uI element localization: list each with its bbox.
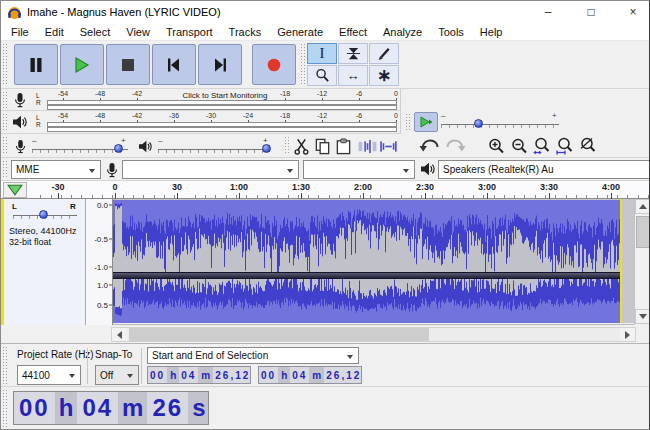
fit-project-button[interactable] <box>554 136 576 156</box>
menu-item-select[interactable]: Select <box>72 26 119 38</box>
track-vertical-ruler[interactable]: 0.0-0.5-1.01.00.5 <box>86 199 113 325</box>
zoom-in-button[interactable] <box>485 136 507 156</box>
project-rate-select[interactable]: 44100 <box>17 365 81 385</box>
menu-item-view[interactable]: View <box>118 26 158 38</box>
close-button[interactable]: × <box>618 1 648 23</box>
speed-slider-thumb[interactable] <box>474 119 483 128</box>
recording-meter-bar-right[interactable] <box>47 105 397 110</box>
scroll-down-button[interactable] <box>635 309 650 324</box>
waveform-right-channel[interactable] <box>113 279 620 323</box>
snap-to-select[interactable]: Off <box>95 365 139 385</box>
menu-item-transport[interactable]: Transport <box>158 26 221 38</box>
meter-grip[interactable] <box>2 91 7 108</box>
playback-volume-thumb[interactable] <box>262 144 271 153</box>
menu-item-edit[interactable]: Edit <box>37 26 72 38</box>
channel-divider[interactable] <box>113 272 620 279</box>
stop-button[interactable] <box>106 44 150 85</box>
time-unit[interactable]: m <box>198 367 213 383</box>
zoom-tool-button[interactable] <box>307 65 337 86</box>
envelope-tool-button[interactable] <box>338 43 368 64</box>
time-digits[interactable]: 26,120 <box>324 367 362 383</box>
menu-item-analyze[interactable]: Analyze <box>375 26 430 38</box>
selection-mode-select[interactable]: Start and End of Selection <box>147 347 359 364</box>
selection-start-time-field[interactable]: 00h04m26,120s <box>147 366 251 384</box>
time-digits[interactable]: 00 <box>148 367 167 383</box>
menu-item-file[interactable]: File <box>3 26 37 38</box>
draw-tool-button[interactable] <box>369 43 399 64</box>
pan-slider-thumb[interactable] <box>39 210 48 219</box>
menu-item-help[interactable]: Help <box>472 26 511 38</box>
selection-toolbar-grip[interactable] <box>2 346 7 384</box>
time-digits[interactable]: 04 <box>179 367 198 383</box>
horizontal-scrollbar[interactable] <box>111 327 636 342</box>
time-digits[interactable]: 00 <box>14 392 55 424</box>
meter-monitoring-message[interactable]: Click to Start Monitoring <box>183 91 268 100</box>
scroll-left-button[interactable] <box>112 328 127 341</box>
time-unit[interactable]: m <box>309 367 324 383</box>
menu-item-tools[interactable]: Tools <box>430 26 472 38</box>
paste-button[interactable] <box>333 136 353 156</box>
selection-end-time-field[interactable]: 00h04m26,120s <box>258 366 362 384</box>
menu-item-tracks[interactable]: Tracks <box>221 26 270 38</box>
time-digits[interactable]: 04 <box>77 392 118 424</box>
recording-meter-mic-button[interactable] <box>10 91 30 109</box>
playback-device-select[interactable]: Speakers (Realtek(R) Au <box>438 160 650 179</box>
redo-button[interactable] <box>443 136 467 156</box>
time-shift-tool-button[interactable]: ↔ <box>338 65 368 86</box>
time-unit[interactable]: h <box>55 392 78 424</box>
audio-position-display[interactable]: 00h04m26s <box>13 391 209 425</box>
minimize-button[interactable]: – <box>533 1 563 23</box>
waveform-left-channel[interactable] <box>113 200 620 272</box>
trim-audio-button[interactable] <box>357 136 377 156</box>
menu-item-generate[interactable]: Generate <box>269 26 331 38</box>
vertical-scrollbar-thumb[interactable] <box>636 216 650 248</box>
tools-toolbar-grip[interactable] <box>300 43 305 86</box>
undo-button[interactable] <box>418 136 442 156</box>
time-toolbar-grip[interactable] <box>2 389 7 429</box>
time-digits[interactable]: 26,120 <box>213 367 251 383</box>
multi-tool-button[interactable]: ∗ <box>369 65 399 86</box>
recording-device-select[interactable] <box>122 160 299 179</box>
track-control-panel[interactable]: L R Stereo, 44100Hz 32-bit float <box>4 199 86 325</box>
copy-button[interactable] <box>312 136 332 156</box>
waveform-region[interactable] <box>113 199 634 323</box>
record-button[interactable] <box>252 44 296 85</box>
zoom-out-button[interactable] <box>508 136 530 156</box>
selection-tool-button[interactable]: I <box>307 43 337 64</box>
time-unit[interactable]: m <box>118 392 147 424</box>
meter-grip[interactable] <box>2 113 7 131</box>
time-unit[interactable]: h <box>167 367 179 383</box>
scroll-up-button[interactable] <box>635 199 650 214</box>
edit-toolbar-grip[interactable] <box>284 136 289 155</box>
cut-button[interactable] <box>291 136 311 156</box>
time-unit[interactable]: s <box>188 392 209 424</box>
recording-volume-thumb[interactable] <box>114 144 123 153</box>
maximize-button[interactable]: □ <box>576 1 606 23</box>
playback-meter-bar-right[interactable] <box>47 127 397 132</box>
play-button[interactable] <box>60 44 104 85</box>
scroll-right-button[interactable] <box>620 328 635 341</box>
audio-host-select[interactable]: MME <box>11 160 101 179</box>
time-digits[interactable]: 04 <box>290 367 309 383</box>
fit-selection-button[interactable] <box>531 136 553 156</box>
zoom-toggle-button[interactable] <box>577 136 599 156</box>
mixer-grip[interactable] <box>2 136 7 155</box>
toolbar-grip[interactable] <box>2 43 7 86</box>
pause-button[interactable] <box>14 44 58 85</box>
play-at-speed-button[interactable] <box>414 112 438 132</box>
timeline-ruler[interactable]: -300301:001:302:002:303:003:304:00 <box>1 181 650 199</box>
play-at-speed-grip[interactable] <box>405 113 410 132</box>
skip-to-end-button[interactable] <box>198 44 242 85</box>
menu-item-effect[interactable]: Effect <box>331 26 375 38</box>
horizontal-scrollbar-thumb[interactable] <box>129 328 429 341</box>
silence-audio-button[interactable] <box>378 136 398 156</box>
playback-meter-speaker-button[interactable] <box>9 114 31 130</box>
time-unit[interactable]: h <box>278 367 290 383</box>
recording-channels-select[interactable] <box>303 160 415 179</box>
time-digits[interactable]: 26 <box>147 392 188 424</box>
vertical-scrollbar[interactable] <box>634 199 650 325</box>
skip-to-start-button[interactable] <box>152 44 196 85</box>
time-digits[interactable]: 00 <box>259 367 278 383</box>
device-grip[interactable] <box>2 160 7 178</box>
amplitude-ruler-label: -0.5 <box>94 235 108 244</box>
